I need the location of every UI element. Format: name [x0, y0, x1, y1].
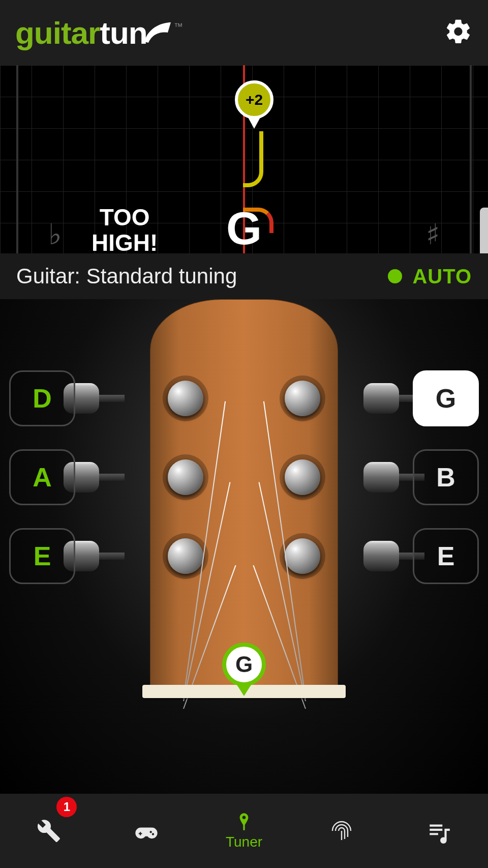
marker-pointer-icon — [237, 685, 251, 696]
logo-text-1: guitar — [15, 15, 100, 51]
nav-tuner-label: Tuner — [226, 834, 262, 850]
pitch-trace-1 — [243, 131, 263, 187]
tuning-name[interactable]: Guitar: Standard tuning — [16, 264, 237, 288]
cents-indicator: +2 — [235, 80, 273, 129]
gamepad-icon — [133, 818, 160, 844]
cents-pointer-icon — [248, 118, 260, 129]
string-button-g[interactable]: G — [413, 370, 479, 426]
cents-value: +2 — [235, 80, 273, 119]
bottom-nav: 1 Tuner — [0, 794, 488, 868]
trademark-icon: ™ — [174, 21, 182, 32]
string-button-d[interactable]: D — [9, 370, 75, 426]
peg-e-low — [168, 538, 203, 574]
auto-label: AUTO — [412, 265, 472, 288]
auto-toggle[interactable]: AUTO — [388, 265, 472, 288]
nav-tools[interactable]: 1 — [0, 794, 98, 868]
peg-a — [168, 459, 203, 495]
sharp-symbol: ♯ — [426, 218, 440, 251]
tuning-graph: ♭ ♯ TOO HIGH! G +2 — [0, 65, 488, 253]
playlist-icon — [426, 818, 452, 844]
logo-text-2: tun — [100, 15, 147, 51]
headstock-area: G D A E G B E — [0, 299, 488, 794]
string-button-e-low[interactable]: E — [9, 528, 75, 584]
active-string-marker: G — [222, 643, 266, 696]
nav-chords[interactable] — [293, 794, 390, 868]
tuning-status-text: TOO HIGH! — [92, 205, 158, 253]
svg-rect-0 — [243, 824, 245, 830]
flat-symbol: ♭ — [48, 218, 62, 251]
peg-g — [285, 381, 320, 416]
auto-indicator-icon — [388, 269, 402, 283]
string-button-b[interactable]: B — [413, 449, 479, 505]
tuner-pin-icon — [234, 812, 254, 832]
nav-tuner[interactable]: Tuner — [195, 794, 293, 868]
tuning-mode-row: Guitar: Standard tuning AUTO — [0, 253, 488, 299]
peg-d — [168, 381, 203, 416]
nav-games[interactable] — [98, 794, 195, 868]
gear-icon — [444, 17, 473, 46]
settings-button[interactable] — [444, 17, 473, 48]
logo-swoosh-icon — [143, 15, 172, 51]
nav-library[interactable] — [390, 794, 488, 868]
scrollbar-thumb[interactable] — [480, 208, 488, 253]
app-header: guitar tun ™ — [0, 0, 488, 65]
peg-b — [285, 459, 320, 495]
wrench-icon — [37, 819, 61, 843]
string-button-e-high[interactable]: E — [413, 528, 479, 584]
app-logo: guitar tun ™ — [15, 15, 182, 51]
string-button-a[interactable]: A — [9, 449, 75, 505]
detected-note: G — [226, 202, 262, 253]
headstock — [150, 299, 338, 696]
active-string-note: G — [222, 643, 266, 686]
fingerprint-icon — [329, 819, 354, 843]
tools-badge: 1 — [56, 797, 77, 817]
peg-e-high — [285, 538, 320, 574]
